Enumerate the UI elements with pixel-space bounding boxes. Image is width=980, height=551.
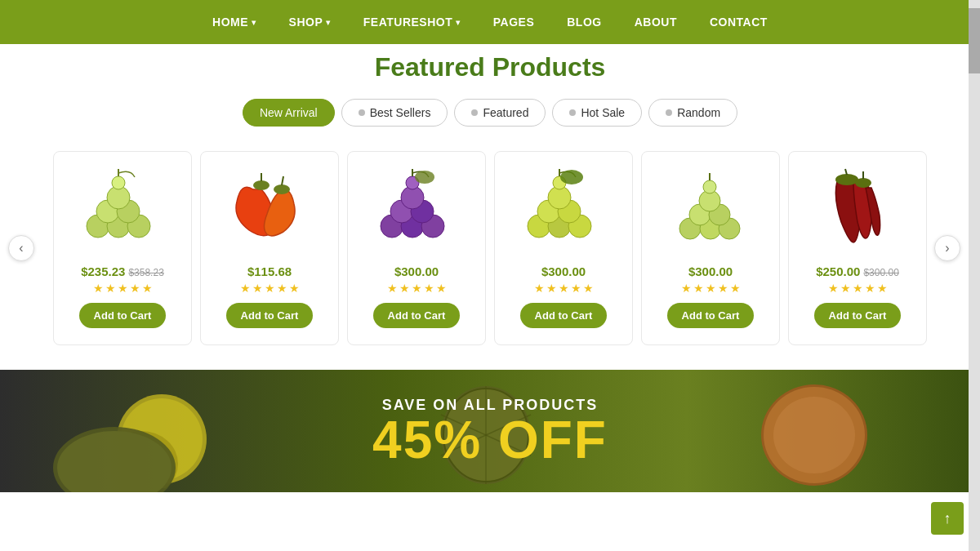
tab-dot (569, 109, 576, 116)
prev-arrow[interactable]: ‹ (8, 235, 34, 261)
add-to-cart-button[interactable]: Add to Cart (226, 303, 314, 328)
promo-banner: SAVE ON ALL PRODUCTS 45% OFF (0, 370, 980, 492)
product-old-price: $358.23 (128, 267, 163, 278)
star-full: ★ (105, 282, 116, 295)
add-to-cart-button[interactable]: Add to Cart (520, 303, 608, 328)
add-to-cart-button[interactable]: Add to Cart (667, 303, 755, 328)
scrollbar-thumb[interactable] (969, 8, 980, 73)
product-image (510, 165, 617, 255)
svg-point-36 (703, 180, 716, 193)
product-card: $250.00$300.00 ★★★★★ Add to Cart (788, 151, 927, 345)
product-card: $300.00 ★★★★★ Add to Cart (347, 151, 486, 345)
chevron-icon: ▾ (326, 18, 331, 27)
tab-new-arrival[interactable]: New Arrival (243, 99, 335, 127)
svg-line-40 (845, 169, 847, 175)
star-full: ★ (840, 282, 851, 295)
star-full: ★ (718, 282, 728, 295)
product-image (657, 165, 764, 255)
product-card: $115.68 ★★★★★ Add to Cart (200, 151, 339, 345)
star-full: ★ (534, 282, 545, 295)
product-old-price: $300.00 (863, 267, 898, 278)
filter-tabs: New Arrival Best Sellers Featured Hot Sa… (0, 99, 980, 127)
half-melon-illustration (49, 386, 180, 492)
star-full: ★ (387, 282, 398, 295)
star-full: ★ (252, 282, 263, 295)
add-to-cart-button[interactable]: Add to Cart (373, 303, 461, 328)
star-full: ★ (546, 282, 557, 295)
chevron-icon: ▾ (252, 18, 256, 27)
star-full: ★ (559, 282, 569, 295)
star-full: ★ (277, 282, 287, 295)
star-full: ★ (118, 282, 128, 295)
add-to-cart-button[interactable]: Add to Cart (814, 303, 902, 328)
tab-random[interactable]: Random (648, 99, 737, 127)
tab-hot-sale[interactable]: Hot Sale (552, 99, 642, 127)
star-half: ★ (142, 282, 153, 295)
product-price: $250.00$300.00 (816, 264, 899, 278)
nav-contact[interactable]: CONTACT (710, 16, 768, 29)
product-price: $300.00 (541, 264, 586, 278)
scrollbar[interactable] (969, 0, 980, 492)
star-full: ★ (265, 282, 275, 295)
star-full: ★ (877, 282, 888, 295)
tab-featured[interactable]: Featured (454, 99, 546, 127)
section-title: Featured Products (0, 52, 980, 82)
product-stars: ★★★★★ (240, 282, 300, 295)
tab-dot (471, 109, 478, 116)
product-stars: ★★★★★ (387, 282, 447, 295)
tab-best-sellers[interactable]: Best Sellers (341, 99, 448, 127)
nav-shop[interactable]: SHOP ▾ (289, 16, 331, 29)
star-full: ★ (289, 282, 300, 295)
star-full: ★ (706, 282, 716, 295)
svg-line-11 (282, 176, 283, 185)
svg-point-39 (855, 178, 871, 188)
star-full: ★ (93, 282, 104, 295)
star-full: ★ (693, 282, 704, 295)
product-image (69, 165, 176, 255)
star-full: ★ (130, 282, 140, 295)
product-price: $300.00 (688, 264, 733, 278)
nav-pages[interactable]: PAGES (493, 16, 534, 29)
svg-point-8 (253, 180, 270, 190)
nav-blog[interactable]: BLOG (567, 16, 601, 29)
navbar: HOME ▾ SHOP ▾ FEATURESHOT ▾ PAGES BLOG A… (0, 0, 980, 44)
product-stars: ★★★★★ (534, 282, 594, 295)
star-full: ★ (583, 282, 594, 295)
add-to-cart-button[interactable]: Add to Cart (79, 303, 167, 328)
star-full: ★ (681, 282, 692, 295)
star-full: ★ (571, 282, 581, 295)
product-card: $235.23$358.23 ★★★★★ Add to Cart (53, 151, 192, 345)
next-arrow[interactable]: › (934, 235, 960, 261)
banner-text: SAVE ON ALL PRODUCTS 45% OFF (372, 397, 608, 466)
svg-point-9 (274, 184, 290, 194)
product-stars: ★★★★★ (681, 282, 741, 295)
product-card: $300.00 ★★★★★ Add to Cart (641, 151, 780, 345)
banner-discount: 45% OFF (372, 414, 608, 466)
svg-point-38 (835, 174, 858, 185)
star-full: ★ (399, 282, 410, 295)
nav-home[interactable]: HOME ▾ (212, 16, 256, 29)
svg-point-52 (773, 397, 855, 473)
product-price: $300.00 (394, 264, 439, 278)
nav-featureshot[interactable]: FEATURESHOT ▾ (363, 16, 461, 29)
product-card: $300.00 ★★★★★ Add to Cart (494, 151, 633, 345)
cantaloupe-illustration (757, 374, 871, 488)
product-price: $115.68 (247, 264, 292, 278)
star-half: ★ (730, 282, 741, 295)
star-full: ★ (412, 282, 422, 295)
nav-about[interactable]: ABOUT (635, 16, 677, 29)
star-full: ★ (436, 282, 447, 295)
tab-dot (359, 109, 365, 116)
section-title-area: Featured Products (0, 52, 980, 82)
product-image (363, 165, 470, 255)
svg-point-20 (415, 171, 434, 184)
product-image (216, 165, 323, 255)
product-price: $235.23$358.23 (81, 264, 164, 278)
star-full: ★ (424, 282, 434, 295)
products-section: ‹ $235.23$358.23 ★★★★★ Add to Cart (0, 151, 980, 345)
chevron-icon: ▾ (456, 18, 461, 27)
product-stars: ★★★★★ (828, 282, 888, 295)
products-grid: $235.23$358.23 ★★★★★ Add to Cart $115.68… (16, 151, 964, 345)
star-full: ★ (240, 282, 251, 295)
product-stars: ★★★★★ (93, 282, 153, 295)
